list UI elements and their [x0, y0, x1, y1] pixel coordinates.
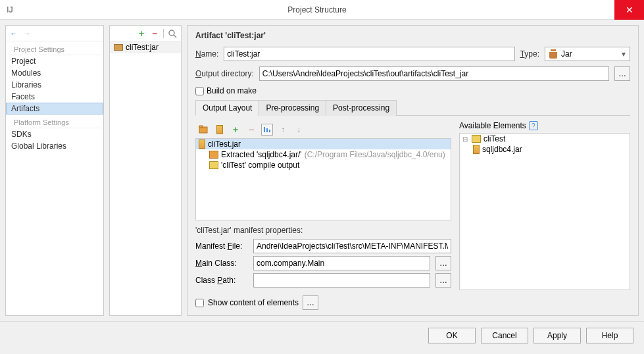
new-folder-icon[interactable] [198, 124, 210, 136]
show-content-config-button[interactable]: … [303, 295, 318, 310]
class-path-label: Class Path: [195, 276, 248, 285]
tree-item-extracted[interactable]: Extracted 'sqljdbc4.jar/' (C:/Program Fi… [196, 149, 451, 160]
output-tree[interactable]: cliTest.jar Extracted 'sqljdbc4.jar/' (C… [195, 138, 451, 220]
manifest-title: 'cliTest.jar' manifest properties: [195, 226, 451, 235]
tree-item-hint: (C:/Program Files/Java/sqljdbc_4.0/enu) [305, 150, 445, 159]
apply-button[interactable]: Apply [533, 328, 581, 343]
compile-output-icon [209, 161, 218, 169]
show-content-label: Show content of elements [208, 298, 299, 307]
settings-nav: ← → Project Settings Project Modules Lib… [5, 25, 104, 316]
artifact-list: + − cliTest:jar [109, 25, 182, 316]
artifact-icon [114, 44, 123, 51]
chevron-down-icon: ▾ [622, 49, 626, 59]
build-on-make-checkbox[interactable] [195, 87, 204, 95]
nav-facets[interactable]: Facets [6, 91, 103, 103]
nav-global-libraries[interactable]: Global Libraries [6, 140, 103, 152]
tree-item-label: 'cliTest' compile output [221, 161, 299, 170]
browse-class-path-button[interactable]: … [435, 273, 451, 288]
available-tree[interactable]: ⊟ cliTest sqljdbc4.jar [459, 133, 630, 290]
svg-rect-3 [199, 126, 203, 128]
jar-icon [549, 49, 557, 59]
tab-post-processing[interactable]: Post-processing [326, 100, 397, 116]
outdir-label: Output directory: [195, 69, 254, 78]
tab-pre-processing[interactable]: Pre-processing [259, 100, 326, 116]
nav-libraries[interactable]: Libraries [6, 79, 103, 91]
browse-outdir-button[interactable]: … [614, 66, 630, 81]
artifact-item-label: cliTest:jar [126, 43, 159, 52]
section-platform-settings: Platform Settings [9, 114, 101, 128]
name-label: Name: [195, 49, 218, 59]
svg-point-0 [169, 30, 174, 36]
tree-root-label: cliTest.jar [208, 139, 241, 149]
nav-artifacts[interactable]: Artifacts [6, 103, 103, 114]
name-input[interactable] [224, 47, 514, 61]
sort-icon[interactable] [261, 124, 273, 136]
add-artifact-button[interactable]: + [137, 29, 146, 38]
tree-item-label: Extracted 'sqljdbc4.jar/' [221, 150, 302, 159]
close-button[interactable]: ✕ [614, 0, 644, 20]
type-select[interactable]: Jar ▾ [545, 47, 630, 61]
avail-item[interactable]: sqljdbc4.jar [460, 144, 630, 155]
avail-root[interactable]: ⊟ cliTest [460, 134, 630, 144]
module-icon [472, 135, 481, 143]
avail-item-label: sqljdbc4.jar [482, 145, 522, 154]
class-path-input[interactable] [253, 273, 430, 288]
main-class-input[interactable] [253, 256, 430, 270]
artifact-details: Artifact 'cliTest:jar' Name: Type: Jar ▾… [187, 25, 639, 316]
titlebar: IJ Project Structure ✕ [0, 0, 644, 20]
help-icon[interactable]: ? [529, 121, 538, 130]
window-title: Project Structure [20, 5, 614, 14]
tab-output-layout[interactable]: Output Layout [195, 100, 259, 116]
available-elements-label: Available Elements [459, 121, 526, 130]
ok-button[interactable]: OK [428, 328, 476, 343]
nav-back-icon[interactable]: ← [9, 28, 19, 39]
nav-forward-icon: → [22, 28, 32, 39]
type-label: Type: [520, 49, 539, 59]
manifest-file-label: Manifest File: [195, 241, 248, 251]
nav-modules[interactable]: Modules [6, 67, 103, 79]
jar-icon [473, 145, 480, 154]
type-value: Jar [561, 49, 572, 59]
remove-button: − [245, 124, 257, 136]
new-archive-icon[interactable] [214, 124, 226, 136]
nav-sdks[interactable]: SDKs [6, 128, 103, 140]
collapse-icon[interactable]: ⊟ [462, 136, 469, 143]
nav-project[interactable]: Project [6, 55, 103, 67]
cancel-button[interactable]: Cancel [481, 328, 528, 343]
build-on-make-label: Build on make [207, 86, 257, 95]
move-up-icon: ↑ [277, 124, 289, 136]
move-down-icon: ↓ [293, 124, 305, 136]
avail-root-label: cliTest [483, 134, 505, 143]
dialog-buttons: OK Cancel Apply Help [0, 321, 644, 349]
jar-icon [199, 139, 205, 149]
help-button[interactable]: Help [586, 328, 633, 343]
tree-item-compile-output[interactable]: 'cliTest' compile output [196, 160, 451, 170]
add-copy-button[interactable]: + [230, 124, 241, 136]
browse-main-class-button[interactable]: … [435, 256, 451, 270]
main-class-label: Main Class: [195, 259, 248, 268]
remove-artifact-button[interactable]: − [150, 29, 159, 38]
extracted-folder-icon [209, 151, 218, 159]
section-project-settings: Project Settings [9, 41, 101, 55]
show-content-checkbox[interactable] [195, 299, 204, 307]
manifest-file-input[interactable] [253, 239, 451, 253]
find-icon[interactable] [168, 29, 177, 38]
tree-root[interactable]: cliTest.jar [196, 139, 451, 149]
app-icon: IJ [0, 5, 20, 14]
panel-title: Artifact 'cliTest:jar' [195, 31, 630, 40]
outdir-input[interactable] [259, 66, 609, 81]
svg-line-1 [174, 35, 176, 38]
artifact-item[interactable]: cliTest:jar [110, 41, 181, 53]
divider [163, 29, 164, 38]
